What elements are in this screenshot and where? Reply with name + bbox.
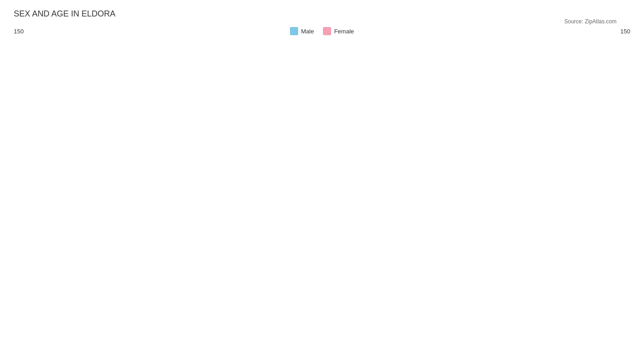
chart-title: SEX AND AGE IN ELDORA	[14, 9, 630, 19]
legend-male: Male	[290, 27, 314, 35]
female-label: Female	[334, 28, 354, 35]
legend-female: Female	[323, 27, 354, 35]
male-label: Male	[301, 28, 314, 35]
footer-right: 150	[620, 28, 630, 35]
female-swatch	[323, 27, 331, 35]
chart-container: 150 Male Female 150	[14, 23, 630, 35]
male-swatch	[290, 27, 298, 35]
footer-left: 150	[14, 28, 24, 35]
legend: Male Female	[290, 27, 354, 35]
chart-footer: 150 Male Female 150	[14, 27, 630, 35]
